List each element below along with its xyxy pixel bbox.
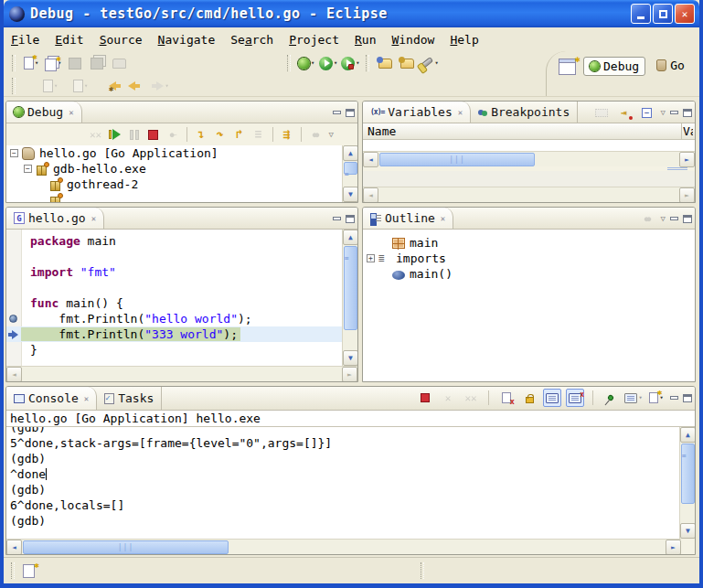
console-line[interactable]: (gdb) bbox=[10, 482, 679, 497]
column-divider[interactable] bbox=[681, 123, 682, 140]
menu-search[interactable]: Search bbox=[230, 31, 282, 48]
console-text-area[interactable]: (gdb)5^done,stack-args=[frame={level="0"… bbox=[6, 427, 679, 539]
resume-button[interactable] bbox=[106, 125, 124, 144]
scroll-lock-button[interactable] bbox=[520, 389, 538, 407]
tree-row[interactable]: gothread-2 bbox=[6, 176, 357, 192]
open-resource-button[interactable] bbox=[375, 53, 395, 73]
ruler-cell[interactable] bbox=[6, 342, 21, 358]
tab-tasks[interactable]: Tasks bbox=[97, 387, 162, 410]
tree-row[interactable]: main bbox=[363, 235, 695, 251]
menu-run[interactable]: Run bbox=[355, 31, 384, 48]
ruler-cell[interactable] bbox=[6, 295, 21, 311]
minimize-view-button[interactable] bbox=[333, 217, 341, 220]
code-text[interactable]: } bbox=[21, 343, 37, 357]
use-step-filters-button[interactable]: ⇶ bbox=[278, 125, 296, 144]
show-type-names-button[interactable]: ⇥ bbox=[615, 103, 634, 122]
open-folder-button[interactable] bbox=[397, 53, 417, 73]
console-line[interactable]: 5^done,stack-args=[frame={level="0",args… bbox=[10, 435, 679, 451]
maximize-view-button[interactable] bbox=[346, 215, 355, 223]
step-into-button[interactable]: ↴ bbox=[192, 125, 210, 144]
scroll-right-icon[interactable]: ► bbox=[666, 540, 681, 555]
terminate-button[interactable] bbox=[144, 125, 163, 144]
tree-row[interactable] bbox=[6, 192, 357, 202]
variables-horizontal-scrollbar[interactable]: ◄ ||| ► bbox=[363, 151, 695, 166]
new-project-button[interactable]: ✱▾ bbox=[43, 53, 63, 73]
display-console-button[interactable]: ▾ bbox=[624, 389, 643, 407]
scroll-right-icon[interactable]: ► bbox=[679, 152, 695, 167]
console-line[interactable]: (gdb) bbox=[10, 427, 679, 435]
scroll-down-icon[interactable]: ▼ bbox=[343, 187, 357, 202]
dropdown-icon[interactable]: ▾ bbox=[334, 59, 337, 67]
scroll-left-icon[interactable]: ◄ bbox=[6, 540, 22, 555]
tab-variables[interactable]: (x)= Variables ✕ bbox=[363, 102, 471, 123]
scrollbar-thumb[interactable]: ≡ bbox=[344, 246, 357, 330]
minimize-view-button[interactable] bbox=[670, 111, 678, 114]
editor-vertical-scrollbar[interactable]: ▲ ≡ ▼ bbox=[342, 230, 357, 366]
ruler-cell[interactable] bbox=[6, 311, 21, 326]
scroll-up-icon[interactable]: ▲ bbox=[680, 427, 696, 443]
tree-row[interactable]: −hello.go [Go Application] bbox=[6, 145, 357, 161]
pin-console-button[interactable] bbox=[602, 389, 620, 407]
titlebar[interactable]: Debug - testGo/src/cmd/hello.go - Eclips… bbox=[4, 0, 699, 27]
editor-body[interactable]: package mainimport "fmt"func main() { fm… bbox=[6, 230, 357, 366]
console-line[interactable]: (gdb) bbox=[10, 451, 679, 466]
open-perspective-button[interactable]: ✱ bbox=[557, 57, 577, 77]
debug-vertical-scrollbar[interactable]: ▲ ≡ ▼ bbox=[342, 145, 357, 202]
code-text[interactable]: import "fmt" bbox=[21, 265, 116, 279]
open-console-button[interactable]: ✱▾ bbox=[647, 389, 666, 407]
external-tools-button[interactable]: ▾ bbox=[340, 53, 360, 73]
tree-row[interactable]: −gdb-hello.exe bbox=[6, 161, 357, 176]
variables-detail-pane[interactable]: ◄ ► bbox=[363, 171, 695, 202]
minimize-button[interactable] bbox=[631, 4, 651, 24]
close-icon[interactable]: ✕ bbox=[458, 108, 463, 117]
code-line[interactable]: func main() { bbox=[6, 295, 342, 311]
close-icon[interactable]: ✕ bbox=[69, 108, 73, 117]
code-text[interactable]: fmt.Println("hello world"); bbox=[21, 312, 252, 326]
ruler-cell[interactable] bbox=[6, 264, 21, 280]
scrollbar-thumb[interactable]: ≡ bbox=[681, 444, 695, 504]
scroll-up-icon[interactable]: ▲ bbox=[343, 230, 357, 245]
tab-console[interactable]: Console ✕ bbox=[6, 387, 97, 410]
console-line[interactable]: ^done bbox=[10, 466, 679, 482]
console-horizontal-scrollbar[interactable]: ◄ ||| ► bbox=[6, 539, 681, 554]
code-text[interactable]: fmt.Println("333 world"); bbox=[21, 327, 240, 341]
menu-window[interactable]: Window bbox=[391, 31, 442, 48]
step-over-button[interactable]: ↷ bbox=[211, 125, 229, 144]
scroll-up-icon[interactable]: ▲ bbox=[343, 145, 357, 161]
search-button[interactable]: ▾ bbox=[419, 53, 439, 73]
view-menu-icon[interactable]: ▽ bbox=[661, 214, 666, 223]
tab-debug[interactable]: Debug ✕ bbox=[6, 102, 82, 123]
code-line[interactable]: fmt.Println("333 world"); bbox=[6, 326, 342, 342]
tab-hello-go[interactable]: G hello.go ✕ bbox=[6, 208, 104, 229]
column-name[interactable]: Name bbox=[367, 124, 396, 138]
toolbar-drag-handle[interactable] bbox=[12, 55, 16, 71]
close-icon[interactable]: ✕ bbox=[441, 214, 445, 223]
dropdown-icon[interactable]: ▾ bbox=[434, 59, 438, 67]
column-value[interactable]: Value bbox=[683, 124, 693, 138]
perspective-debug-button[interactable]: Debug bbox=[583, 57, 645, 76]
scrollbar-thumb[interactable]: ||| bbox=[379, 153, 535, 166]
view-menu-icon[interactable]: ▽ bbox=[661, 108, 666, 117]
menu-edit[interactable]: Edit bbox=[55, 31, 91, 48]
menu-file[interactable]: File bbox=[11, 31, 48, 48]
show-stderr-button[interactable]: x bbox=[566, 389, 584, 407]
debug-launch-button[interactable]: ▾ bbox=[296, 53, 316, 73]
scroll-down-icon[interactable]: ▼ bbox=[680, 523, 696, 539]
code-line[interactable] bbox=[6, 280, 342, 295]
code-line[interactable] bbox=[6, 249, 342, 264]
tree-row[interactable]: +≣imports bbox=[363, 251, 695, 266]
menu-navigate[interactable]: Navigate bbox=[158, 31, 224, 48]
variables-column-header[interactable]: Name Value bbox=[363, 123, 695, 140]
last-edit-location-button[interactable]: ✱ bbox=[102, 76, 122, 96]
console-terminate-button[interactable] bbox=[416, 389, 434, 407]
ruler-cell[interactable] bbox=[6, 233, 21, 249]
toolbar-drag-handle[interactable] bbox=[12, 78, 16, 94]
expand-icon[interactable]: + bbox=[367, 254, 375, 262]
toolbar-drag-handle[interactable] bbox=[366, 55, 369, 71]
back-button[interactable]: ▾ bbox=[124, 76, 144, 96]
code-line[interactable]: package main bbox=[6, 233, 342, 249]
minimize-view-button[interactable] bbox=[670, 217, 678, 220]
code-line[interactable]: import "fmt" bbox=[6, 264, 342, 280]
collapse-icon[interactable]: − bbox=[24, 165, 32, 173]
code-line[interactable]: fmt.Println("hello world"); bbox=[6, 311, 342, 326]
